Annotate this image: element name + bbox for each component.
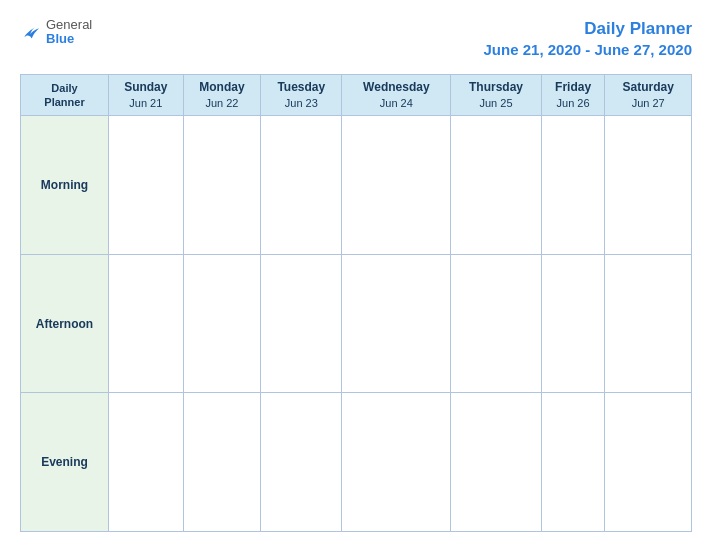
evening-wednesday[interactable] — [342, 393, 451, 532]
header-label-line2: Planner — [44, 96, 84, 108]
header-thursday: Thursday Jun 25 — [451, 74, 541, 116]
morning-sunday[interactable] — [109, 116, 184, 255]
header-saturday: Saturday Jun 27 — [605, 74, 692, 116]
wednesday-date: Jun 24 — [345, 96, 447, 110]
logo-blue: Blue — [46, 32, 92, 46]
evening-row: Evening — [21, 393, 692, 532]
wednesday-name: Wednesday — [345, 80, 447, 96]
thursday-date: Jun 25 — [454, 96, 537, 110]
saturday-date: Jun 27 — [608, 96, 688, 110]
friday-name: Friday — [545, 80, 602, 96]
morning-tuesday[interactable] — [261, 116, 342, 255]
afternoon-thursday[interactable] — [451, 254, 541, 393]
evening-friday[interactable] — [541, 393, 605, 532]
header-tuesday: Tuesday Jun 23 — [261, 74, 342, 116]
afternoon-row: Afternoon — [21, 254, 692, 393]
calendar-table: Daily Planner Sunday Jun 21 Monday Jun 2… — [20, 74, 692, 532]
afternoon-sunday[interactable] — [109, 254, 184, 393]
logo-general: General — [46, 18, 92, 32]
morning-monday[interactable] — [183, 116, 261, 255]
evening-thursday[interactable] — [451, 393, 541, 532]
afternoon-label: Afternoon — [21, 254, 109, 393]
page-title: Daily Planner — [484, 18, 692, 40]
header-sunday: Sunday Jun 21 — [109, 74, 184, 116]
evening-saturday[interactable] — [605, 393, 692, 532]
header-label-line1: Daily — [51, 82, 77, 94]
afternoon-monday[interactable] — [183, 254, 261, 393]
header-friday: Friday Jun 26 — [541, 74, 605, 116]
sunday-name: Sunday — [112, 80, 180, 96]
header-label-cell: Daily Planner — [21, 74, 109, 116]
evening-label: Evening — [21, 393, 109, 532]
afternoon-saturday[interactable] — [605, 254, 692, 393]
afternoon-wednesday[interactable] — [342, 254, 451, 393]
title-block: Daily Planner June 21, 2020 - June 27, 2… — [484, 18, 692, 60]
friday-date: Jun 26 — [545, 96, 602, 110]
morning-label: Morning — [21, 116, 109, 255]
morning-thursday[interactable] — [451, 116, 541, 255]
morning-saturday[interactable] — [605, 116, 692, 255]
morning-row: Morning — [21, 116, 692, 255]
logo-text: General Blue — [46, 18, 92, 47]
thursday-name: Thursday — [454, 80, 537, 96]
morning-wednesday[interactable] — [342, 116, 451, 255]
page: General Blue Daily Planner June 21, 2020… — [0, 0, 712, 550]
evening-sunday[interactable] — [109, 393, 184, 532]
saturday-name: Saturday — [608, 80, 688, 96]
monday-date: Jun 22 — [187, 96, 258, 110]
monday-name: Monday — [187, 80, 258, 96]
tuesday-name: Tuesday — [264, 80, 338, 96]
afternoon-friday[interactable] — [541, 254, 605, 393]
afternoon-tuesday[interactable] — [261, 254, 342, 393]
morning-friday[interactable] — [541, 116, 605, 255]
evening-tuesday[interactable] — [261, 393, 342, 532]
evening-monday[interactable] — [183, 393, 261, 532]
page-header: General Blue Daily Planner June 21, 2020… — [20, 18, 692, 60]
sunday-date: Jun 21 — [112, 96, 180, 110]
header-wednesday: Wednesday Jun 24 — [342, 74, 451, 116]
header-row: Daily Planner Sunday Jun 21 Monday Jun 2… — [21, 74, 692, 116]
date-range: June 21, 2020 - June 27, 2020 — [484, 40, 692, 60]
bird-icon — [20, 21, 42, 43]
tuesday-date: Jun 23 — [264, 96, 338, 110]
logo: General Blue — [20, 18, 92, 47]
header-monday: Monday Jun 22 — [183, 74, 261, 116]
